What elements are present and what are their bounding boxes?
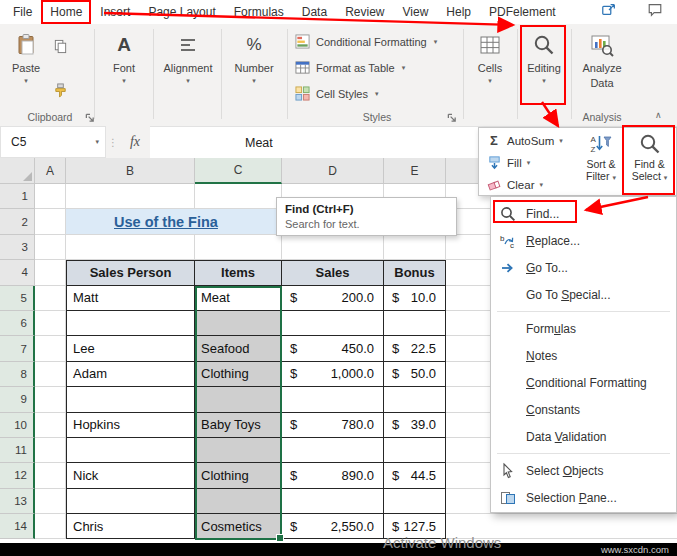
column-header-d[interactable]: D (282, 158, 384, 184)
row-header-13[interactable]: 13 (0, 489, 35, 514)
header-cell-bonus[interactable]: Bonus (384, 260, 446, 285)
comments-icon[interactable] (647, 2, 663, 22)
row-header-1[interactable]: 1 (0, 184, 35, 209)
menu-item-go-to-special[interactable]: Go To Special... (491, 281, 676, 308)
tab-formulas[interactable]: Formulas (225, 0, 293, 24)
menu-item-selection-pane[interactable]: Selection Pane... (491, 484, 676, 511)
cell-d9[interactable] (282, 387, 384, 412)
cell-c8[interactable]: Clothing (195, 362, 282, 387)
cell-c3[interactable] (195, 235, 282, 260)
tab-file[interactable]: File (4, 0, 41, 24)
menu-item-replace[interactable]: bcReplace... (491, 227, 676, 254)
cell-c7[interactable]: Seafood (195, 336, 282, 361)
row-header-9[interactable]: 9 (0, 387, 35, 412)
cell-d5[interactable]: $200.0 (282, 286, 384, 311)
cell-c1[interactable] (195, 184, 282, 209)
tab-pdfelement[interactable]: PDFelement (480, 0, 565, 24)
cell-e7[interactable]: $22.5 (384, 336, 446, 361)
tab-review[interactable]: Review (336, 0, 393, 24)
cell-d8[interactable]: $1,000.0 (282, 362, 384, 387)
cell-e11[interactable] (384, 438, 446, 463)
cell-b14[interactable]: Chris (66, 514, 195, 539)
cell-c5[interactable]: Meat (195, 286, 282, 311)
cell-d6[interactable] (282, 311, 384, 336)
font-group-button[interactable]: A Font ▾ (101, 31, 147, 84)
cell-e10[interactable]: $39.0 (384, 413, 446, 438)
row-header-12[interactable]: 12 (0, 463, 35, 488)
cell-b8[interactable]: Adam (66, 362, 195, 387)
cell-b10[interactable]: Hopkins (66, 413, 195, 438)
cell-d11[interactable] (282, 438, 384, 463)
cell-d14[interactable]: $2,550.0 (282, 514, 384, 539)
menu-item-go-to[interactable]: Go To... (491, 254, 676, 281)
cell-a2[interactable] (35, 209, 66, 234)
header-cell-items[interactable]: Items (195, 260, 282, 285)
clipboard-dialog-launcher-icon[interactable] (84, 112, 95, 123)
column-header-a[interactable]: A (35, 158, 66, 184)
tab-help[interactable]: Help (437, 0, 480, 24)
tab-view[interactable]: View (394, 0, 438, 24)
cell-d13[interactable] (282, 489, 384, 514)
cell-a6[interactable] (35, 311, 66, 336)
row-header-11[interactable]: 11 (0, 438, 35, 463)
tab-insert[interactable]: Insert (91, 0, 139, 24)
cell-b1[interactable] (66, 184, 195, 209)
cell-a9[interactable] (35, 387, 66, 412)
cell-styles-button[interactable]: Cell Styles ▾ (294, 84, 460, 103)
paste-button[interactable]: Paste ▾ (6, 31, 46, 84)
menu-item-formulas[interactable]: Formulas (491, 315, 676, 342)
fill-button[interactable]: Fill ▾ (486, 152, 578, 173)
cell-c9[interactable] (195, 387, 282, 412)
cell-b11[interactable] (66, 438, 195, 463)
cell-b6[interactable] (66, 311, 195, 336)
cell-b12[interactable]: Nick (66, 463, 195, 488)
cell-c10[interactable]: Baby Toys (195, 413, 282, 438)
cell-c11[interactable] (195, 438, 282, 463)
cell-e9[interactable] (384, 387, 446, 412)
cell-c12[interactable]: Clothing (195, 463, 282, 488)
menu-item-data-validation[interactable]: Data Validation (491, 423, 676, 450)
clear-button[interactable]: Clear ▾ (486, 174, 578, 195)
format-as-table-button[interactable]: Format as Table ▾ (294, 58, 460, 77)
cells-group-button[interactable]: Cells ▾ (467, 31, 513, 84)
number-group-button[interactable]: % Number ▾ (227, 31, 281, 84)
name-box[interactable]: C5 ▾ (0, 126, 106, 158)
row-header-3[interactable]: 3 (0, 235, 35, 260)
row-header-7[interactable]: 7 (0, 336, 35, 361)
cell-a12[interactable] (35, 463, 66, 488)
cell-b3[interactable] (66, 235, 195, 260)
collapse-ribbon-icon[interactable]: ∧ (655, 110, 662, 120)
conditional-formatting-button[interactable]: Conditional Formatting ▾ (294, 32, 460, 51)
cell-b13[interactable] (66, 489, 195, 514)
cell-d10[interactable]: $780.0 (282, 413, 384, 438)
cell-a11[interactable] (35, 438, 66, 463)
editing-group-button[interactable]: Editing ▾ (521, 31, 567, 84)
row-header-2[interactable]: 2 (0, 209, 35, 234)
cell-e12[interactable]: $44.5 (384, 463, 446, 488)
row-header-14[interactable]: 14 (0, 514, 35, 539)
menu-item-constants[interactable]: Constants (491, 396, 676, 423)
tab-page-layout[interactable]: Page Layout (139, 0, 224, 24)
cell-d12[interactable]: $890.0 (282, 463, 384, 488)
alignment-group-button[interactable]: Alignment ▾ (159, 31, 217, 84)
row-header-8[interactable]: 8 (0, 362, 35, 387)
row-header-10[interactable]: 10 (0, 413, 35, 438)
cell-a4[interactable] (35, 260, 66, 285)
share-icon[interactable] (601, 2, 617, 22)
tab-data[interactable]: Data (293, 0, 336, 24)
cell-a1[interactable] (35, 184, 66, 209)
row-header-6[interactable]: 6 (0, 311, 35, 336)
menu-item-find[interactable]: Find... (491, 200, 676, 227)
cell-a3[interactable] (35, 235, 66, 260)
cell-a8[interactable] (35, 362, 66, 387)
sort-filter-button[interactable]: AZ Sort & Filter ▾ (579, 130, 623, 194)
cell-b9[interactable] (66, 387, 195, 412)
autosum-button[interactable]: Σ AutoSum ▾ (486, 130, 578, 151)
header-cell-sales[interactable]: Sales (282, 260, 384, 285)
formula-bar-splitter[interactable]: ⋮ (106, 126, 120, 158)
column-header-c[interactable]: C (195, 158, 282, 184)
cell-c6[interactable] (195, 311, 282, 336)
cell-e6[interactable] (384, 311, 446, 336)
insert-function-icon[interactable]: fx (120, 126, 150, 158)
cell-c14[interactable]: Cosmetics (195, 514, 282, 539)
